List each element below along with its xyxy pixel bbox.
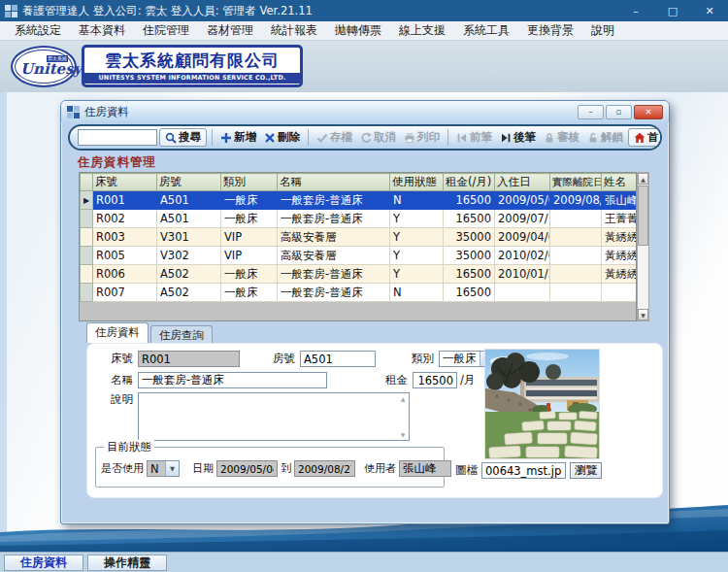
cell[interactable]: Y [390,247,444,265]
rent-field[interactable] [413,372,457,388]
cell[interactable]: 16500 [444,265,495,284]
column-header-6[interactable]: 租金(/月) [444,174,495,191]
column-header-3[interactable]: 類別 [221,174,278,191]
cell[interactable]: 黃綉綉 [602,247,638,265]
column-header-9[interactable]: 姓名 [602,174,638,191]
inner-maximize-button[interactable]: ▫ [606,105,632,119]
tab-1[interactable]: 住房資料 [86,322,149,343]
cell[interactable]: 高級安養層 [278,228,390,247]
chevron-down-icon[interactable]: ▼ [401,431,406,438]
taskbar-tab-1[interactable]: 住房資料 [4,555,83,571]
cell[interactable]: VIP [221,247,278,265]
搜尋-button[interactable]: 搜尋 [159,128,207,147]
table-row[interactable]: R006A502一般床一般套房-普通床Y165002010/01/30黃綉綉 [81,265,638,284]
cell[interactable]: R005 [93,247,157,265]
cell[interactable]: 一般床 [221,210,278,228]
cell[interactable] [602,284,638,302]
menu-item-4[interactable]: 器材管理 [198,21,262,40]
刪除-button[interactable]: 刪除 [261,129,303,146]
cell[interactable] [495,284,550,302]
menu-item-10[interactable]: 說明 [582,21,623,40]
in-use-dropdown[interactable]: N ▼ [147,460,180,477]
cell[interactable]: 黃綉綉 [602,265,638,284]
cell[interactable]: 35000 [444,228,495,247]
scroll-thumb[interactable] [638,185,648,246]
cell[interactable]: Y [390,265,444,284]
cell[interactable] [550,228,602,247]
menu-item-6[interactable]: 拋轉傳票 [326,21,390,40]
cell[interactable]: 2009/04/06 [495,228,550,247]
image-file-field[interactable] [481,462,566,479]
close-button[interactable]: ✕ [691,0,728,21]
table-row[interactable]: R002A501一般床一般套房-普通床Y165002009/07/13王菁菁 [81,210,638,228]
cell[interactable]: 2009/05/04 [495,191,550,210]
cell[interactable]: 35000 [444,247,495,265]
chevron-down-icon[interactable]: ▼ [165,461,179,476]
cell[interactable]: 16500 [444,210,495,228]
menu-item-5[interactable]: 統計報表 [262,21,326,40]
cell[interactable]: A501 [157,210,221,228]
browse-button[interactable]: 瀏覽 [570,462,602,479]
cell[interactable]: VIP [221,228,278,247]
cell[interactable]: 一般床 [221,284,278,302]
cell[interactable]: A502 [157,265,221,284]
column-header-7[interactable]: 入住日 [495,174,550,191]
taskbar-tab-2[interactable]: 操作精靈 [87,555,167,571]
cell[interactable]: 一般套房-普通床 [278,191,390,210]
cell[interactable]: 一般套房-普通床 [278,284,390,302]
cell[interactable]: R002 [93,210,157,228]
cell[interactable]: 一般床 [221,191,278,210]
首頁-button[interactable]: 首頁 [628,128,662,147]
column-header-1[interactable]: 床號 [93,174,157,191]
cell[interactable]: Y [390,228,444,247]
table-row[interactable]: R005V302VIP高級安養層Y350002010/02/01黃綉綉 [81,247,638,265]
cell[interactable]: 一般床 [221,265,278,284]
cell[interactable]: R006 [93,265,157,284]
name-field[interactable] [138,372,327,388]
cell[interactable]: 王菁菁 [602,210,638,228]
column-header-4[interactable]: 名稱 [278,174,390,191]
column-header-5[interactable]: 使用狀態 [390,174,444,191]
cell[interactable]: 16500 [444,191,495,210]
cell[interactable]: 一般套房-普通床 [278,210,390,228]
cell[interactable]: 16500 [444,284,495,302]
cell[interactable] [550,210,602,228]
cell[interactable] [550,284,602,302]
table-row[interactable]: R003V301VIP高級安養層Y350002009/04/06黃綉綉 [81,228,638,247]
tab-2[interactable]: 住房查詢 [150,325,213,343]
search-input[interactable] [78,129,157,146]
grid-scrollbar[interactable]: ▲ ▼ [637,172,649,321]
scroll-down-button[interactable]: ▼ [638,309,648,320]
inner-minimize-button[interactable]: – [578,105,604,119]
cell[interactable]: Y [390,210,444,228]
cell[interactable]: A502 [157,284,221,302]
room-no-field[interactable] [300,351,376,367]
cell[interactable]: A501 [157,191,221,210]
scroll-up-button[interactable]: ▲ [638,173,648,185]
column-header-8[interactable]: 實際離院日 [550,174,602,191]
cell[interactable]: 2010/01/30 [495,265,550,284]
menu-item-7[interactable]: 線上支援 [390,21,454,40]
cell[interactable]: 2009/08/27 [550,191,602,210]
menu-item-2[interactable]: 基本資料 [70,21,134,40]
inner-window-titlebar[interactable]: 住房資料 – ▫ ✕ [61,101,669,122]
minimize-button[interactable]: – [617,0,654,21]
table-row[interactable]: R007A502一般床一般套房-普通床N16500 [81,284,638,302]
cell[interactable]: 2009/07/13 [495,210,550,228]
cell[interactable]: V301 [157,228,221,247]
cell[interactable]: 一般套房-普通床 [278,265,390,284]
description-field[interactable] [139,393,397,440]
table-row[interactable]: ▶R001A501一般床一般套房-普通床N165002009/05/042009… [81,191,638,210]
新增-button[interactable]: 新增 [217,129,259,146]
cell[interactable]: R007 [93,284,157,302]
cell[interactable]: N [390,191,444,210]
cell[interactable]: 黃綉綉 [602,228,638,247]
cell[interactable] [550,247,602,265]
column-header-2[interactable]: 房號 [157,174,221,191]
cell[interactable]: 2010/02/01 [495,247,550,265]
cell[interactable]: N [390,284,444,302]
menu-item-3[interactable]: 住院管理 [134,21,198,40]
cell[interactable]: 張山峰 [602,191,638,210]
inner-close-button[interactable]: ✕ [634,105,663,119]
cell[interactable]: V302 [157,247,221,265]
